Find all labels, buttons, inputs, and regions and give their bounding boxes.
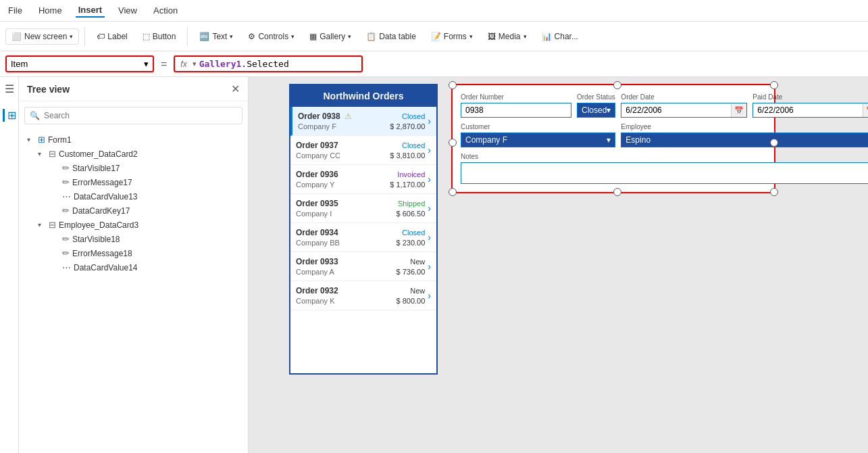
paid-date-container: 📅 — [752, 103, 868, 118]
tree-item-datacardvalue14[interactable]: ▾ ⋯ DataCardValue14 — [19, 260, 248, 275]
gallery-button[interactable]: ▦ Gallery ▾ — [303, 28, 357, 45]
employee-label: Employee — [621, 123, 868, 130]
handle-bm[interactable] — [613, 188, 621, 196]
sidebar-toggle[interactable]: ☰ ⊞ — [0, 77, 19, 453]
form-field-paid-date: Paid Date 📅 — [752, 93, 868, 118]
handle-tr[interactable] — [770, 81, 778, 89]
gallery-item-0938[interactable]: Order 0938 ⚠ Company F Closed $ 2,870.00… — [290, 107, 436, 136]
form1-icon: ⊞ — [38, 135, 45, 145]
new-screen-button[interactable]: ⬜ New screen ▾ — [5, 28, 79, 45]
gallery-item-title-0937: Order 0937 — [296, 141, 338, 150]
main-layout: ☰ ⊞ Tree view ✕ 🔍 ▾ ⊞ Form1 ▾ ⊟ Custom — [0, 77, 868, 453]
search-input[interactable] — [24, 107, 242, 124]
order-number-input[interactable] — [461, 103, 571, 118]
handle-br[interactable] — [770, 188, 778, 196]
paid-date-label: Paid Date — [752, 93, 868, 101]
fx-icon: fx — [180, 59, 186, 69]
datacardkey17-icon: ✏ — [62, 206, 70, 216]
menu-home[interactable]: Home — [36, 4, 65, 17]
label-icon: 🏷 — [97, 32, 105, 41]
employee-select[interactable]: Espino ▾ — [621, 133, 868, 147]
starvisible17-icon: ✏ — [62, 163, 70, 173]
tree-item-datacardkey17[interactable]: ▾ ✏ DataCardKey17 — [19, 204, 248, 218]
tree-item-employee-datacard3[interactable]: ▾ ⊟ Employee_DataCard3 — [19, 218, 248, 232]
formula-gallery-ref: Gallery1 — [199, 59, 242, 69]
customer-card-icon: ⊟ — [49, 149, 56, 159]
form-panel: Order Number Order Status Closed ▾ Order… — [451, 84, 775, 193]
order-status-select[interactable]: Closed ▾ — [577, 103, 615, 118]
gallery-item-status-0935: Shipped — [398, 199, 425, 208]
menu-view[interactable]: View — [116, 4, 140, 17]
customer-label: Customer — [461, 123, 615, 130]
media-button[interactable]: 🖼 Media ▾ — [482, 28, 533, 45]
gallery-item-title-0938: Order 0938 — [298, 112, 340, 121]
formula-box[interactable]: fx ▾ Gallery1.Selected — [174, 55, 363, 72]
formula-rest: .Selected — [241, 59, 288, 69]
handle-mr[interactable] — [770, 139, 778, 147]
text-button[interactable]: 🔤 Text ▾ — [193, 28, 239, 45]
tree-close-button[interactable]: ✕ — [231, 82, 240, 95]
gallery-chevron: ▾ — [348, 33, 351, 40]
employee-card-icon: ⊟ — [49, 220, 56, 230]
menu-action[interactable]: Action — [151, 4, 180, 17]
gallery-item-0937[interactable]: Order 0937 Company CC Closed $ 3,810.00 … — [290, 136, 436, 165]
form-field-order-status: Order Status Closed ▾ — [577, 93, 615, 118]
gallery-item-0935[interactable]: Order 0935 Company I Shipped $ 606.50 › — [290, 194, 436, 223]
paid-date-input[interactable] — [753, 103, 863, 117]
property-selector[interactable]: Item ▾ — [5, 55, 154, 72]
paid-date-calendar-icon[interactable]: 📅 — [863, 104, 868, 117]
tree-item-customer-datacard2[interactable]: ▾ ⊟ Customer_DataCard2 — [19, 147, 248, 161]
label-button[interactable]: 🏷 Label — [91, 28, 133, 45]
gallery-item-right-0934: Closed $ 230.00 — [397, 227, 426, 247]
menu-insert[interactable]: Insert — [76, 3, 105, 18]
gallery-item-0933[interactable]: Order 0933 Company A New $ 736.00 › — [290, 252, 436, 281]
datacardvalue13-icon: ⋯ — [62, 191, 71, 201]
gallery-item-0932[interactable]: Order 0932 Company K New $ 800.00 › — [290, 281, 436, 310]
form-field-order-number: Order Number — [461, 93, 571, 118]
fx-dropdown[interactable]: ▾ — [193, 59, 197, 68]
controls-button[interactable]: ⚙ Controls ▾ — [242, 28, 301, 45]
formulabar: Item ▾ = fx ▾ Gallery1.Selected — [0, 51, 868, 77]
tree-title: Tree view — [27, 84, 70, 95]
order-date-input[interactable] — [621, 103, 731, 117]
customer-select[interactable]: Company F ▾ — [461, 133, 615, 147]
tree-item-starvisible18[interactable]: ▾ ✏ StarVisible18 — [19, 232, 248, 246]
handle-ml[interactable] — [449, 139, 457, 147]
gallery-item-title-0935: Order 0935 — [296, 199, 338, 208]
gallery-chevron-0937: › — [428, 145, 431, 156]
tree-label-customer-datacard2: Customer_DataCard2 — [59, 149, 138, 159]
notes-label: Notes — [461, 153, 868, 160]
handle-tl[interactable] — [449, 81, 457, 89]
charts-button[interactable]: 📊 Char... — [536, 28, 584, 45]
tree-label-datacardkey17: DataCardKey17 — [72, 206, 130, 216]
form-field-order-date: Order Date 📅 — [621, 93, 747, 118]
gallery-chevron-0938: › — [428, 116, 431, 126]
gallery-item-0934[interactable]: Order 0934 Company BB Closed $ 230.00 › — [290, 223, 436, 252]
button-button[interactable]: ⬚ Button — [136, 28, 182, 45]
gallery-item-company-0933: Company A — [296, 268, 334, 276]
tree-item-errormessage18[interactable]: ▾ ✏ ErrorMessage18 — [19, 246, 248, 260]
handle-bl[interactable] — [449, 188, 457, 196]
tree-item-datacardvalue13[interactable]: ▾ ⋯ DataCardValue13 — [19, 189, 248, 204]
gallery-chevron-0935: › — [428, 203, 431, 214]
employee-value: Espino — [626, 135, 650, 145]
tree-item-errormessage17[interactable]: ▾ ✏ ErrorMessage17 — [19, 175, 248, 189]
errormessage18-icon: ✏ — [62, 248, 70, 258]
order-status-chevron: ▾ — [607, 105, 611, 115]
gallery-item-company-0932: Company K — [296, 297, 334, 305]
form-field-notes: Notes — [461, 153, 868, 184]
notes-input[interactable] — [461, 162, 868, 184]
order-status-value: Closed — [582, 105, 607, 115]
data-table-button[interactable]: 📋 Data table — [360, 28, 422, 45]
menu-file[interactable]: File — [5, 4, 25, 17]
customer-value: Company F — [465, 135, 507, 145]
layers-icon[interactable]: ⊞ — [3, 109, 16, 122]
gallery-icon: ▦ — [309, 32, 317, 41]
tree-label-errormessage18: ErrorMessage18 — [72, 249, 132, 258]
tree-item-starvisible17[interactable]: ▾ ✏ StarVisible17 — [19, 161, 248, 175]
handle-tm[interactable] — [613, 81, 621, 89]
order-date-calendar-icon[interactable]: 📅 — [731, 104, 746, 117]
forms-button[interactable]: 📝 Forms ▾ — [425, 28, 479, 45]
tree-item-form1[interactable]: ▾ ⊞ Form1 — [19, 133, 248, 147]
gallery-item-0936[interactable]: Order 0936 Company Y Invoiced $ 1,170.00… — [290, 165, 436, 194]
